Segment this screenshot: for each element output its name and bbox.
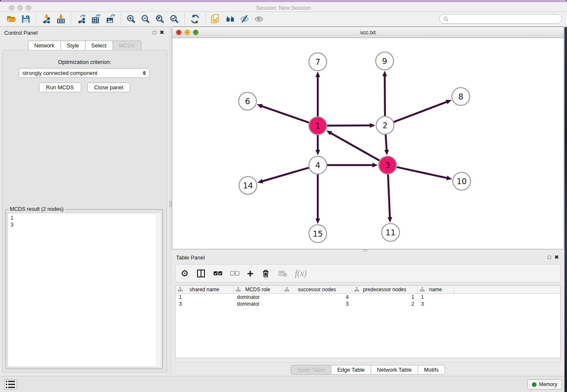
table-cell[interactable]: dominator [234,294,282,301]
network-view-window: x – + scc.txt 7968124314101511 [172,27,564,249]
delete-column-trash-icon[interactable] [261,269,270,278]
dropdown-value: strongly connected component [22,70,97,76]
table-tab-motifs[interactable]: Motifs [418,365,445,375]
column-header-name[interactable]: name [418,286,454,293]
control-panel-float-icon[interactable]: □ [153,29,156,36]
search-field[interactable] [439,14,562,24]
graph-node-label: 3 [385,160,390,170]
graph-node-label: 10 [457,177,467,186]
toolbar-separator [121,14,121,25]
deselect-all-icon[interactable] [230,269,239,278]
column-header-predecessor-nodes[interactable]: predecessor nodes [352,286,418,293]
column-header-MCDS-role[interactable]: MCDS role [234,286,282,293]
graph-edge-1-2[interactable] [327,125,371,126]
table-panel: Table Panel □ ✖ ⚙ + f(x) [172,251,564,376]
titlebar: Session: New Session [0,2,567,12]
graph-node-label: 14 [243,181,253,190]
home-icon[interactable] [224,13,237,25]
export-table-icon[interactable] [90,13,102,25]
show-panel-eye-icon[interactable] [253,13,265,25]
graph-edge-1-6[interactable] [261,106,309,123]
table-body: 1dominator4113dominator323 [176,294,560,307]
table-tab-node-table[interactable]: Node Table [291,365,331,375]
hide-panel-eye-icon[interactable] [238,13,251,25]
edge-arrowhead [257,104,263,108]
table-cell[interactable]: 3 [176,301,234,307]
mcds-result-title: MCDS result (2 nodes) [8,206,65,212]
edge-arrowhead [372,163,378,168]
graph-node-label: 1 [315,121,320,130]
refresh-icon[interactable] [189,13,201,25]
table-cell[interactable]: 2 [352,301,418,307]
graph-edge-3-10[interactable] [396,167,447,178]
memory-button[interactable]: Memory [527,379,562,389]
select-all-icon[interactable] [213,269,223,278]
function-builder-icon: f(x) [295,268,307,278]
task-history-button[interactable] [4,379,17,389]
table-cell[interactable]: 3 [418,301,454,307]
edge-arrowhead [316,218,320,224]
export-image-icon[interactable] [104,13,117,25]
mcds-result-scrollbar[interactable] [157,213,161,367]
mcds-result-group: MCDS result (2 nodes) 1 3 [6,209,163,369]
zoom-fit-icon[interactable] [154,13,166,25]
table-panel-title: Table Panel [176,254,205,261]
run-mcds-button[interactable]: Run MCDS [39,83,81,92]
optimization-criterion-label: Optimization criterion: [3,59,167,65]
mcds-result-text[interactable]: 1 3 [8,213,161,367]
graph-edge-2-9[interactable] [385,75,385,116]
graph-edge-2-3[interactable] [385,135,386,151]
zoom-in-icon[interactable] [125,13,138,25]
control-tab-mcds[interactable]: MCDS [113,41,141,50]
control-panel-close-icon[interactable]: ✖ [160,29,164,36]
open-file-icon[interactable] [5,13,18,25]
network-graph[interactable]: 7968124314101511 [172,38,564,249]
table-tab-network-table[interactable]: Network Table [371,365,418,375]
control-tab-network[interactable]: Network [28,41,61,50]
node-table[interactable]: shared nameMCDS rolesuccessor nodesprede… [175,285,561,358]
add-column-icon[interactable]: + [247,269,253,278]
table-tab-edge-table[interactable]: Edge Table [331,365,371,375]
toolbar-separator [36,14,36,25]
table-row[interactable]: 1dominator411 [176,294,560,301]
table-cell[interactable]: dominator [234,301,282,307]
control-tab-style[interactable]: Style [61,41,85,50]
column-header-shared-name[interactable]: shared name [176,286,234,293]
table-row[interactable]: 3dominator323 [176,301,560,307]
table-cell[interactable]: 1 [418,294,454,301]
import-table-icon[interactable] [55,13,67,25]
column-header-successor-nodes[interactable]: successor nodes [282,286,352,293]
network-window-titlebar: x – + scc.txt [172,27,564,38]
import-network-icon[interactable] [40,13,53,25]
column-type-icon [236,287,241,292]
optimization-criterion-dropdown[interactable]: strongly connected component [19,68,150,78]
edge-arrowhead [446,100,451,104]
table-cell[interactable]: 1 [176,294,234,301]
table-cell[interactable]: 4 [282,294,352,301]
main-toolbar [0,12,567,27]
new-network-icon[interactable] [209,13,222,25]
graph-edge-2-8[interactable] [394,102,448,122]
table-panel-close-icon[interactable]: ✖ [554,254,559,260]
zoom-out-icon[interactable] [139,13,152,25]
control-tab-select[interactable]: Select [85,41,113,50]
close-panel-button[interactable]: Close panel [87,83,131,92]
column-type-icon [178,287,183,292]
graph-edge-3-11[interactable] [388,174,390,218]
export-network-icon[interactable] [75,13,88,25]
show-columns-icon[interactable] [196,269,206,278]
desktop-wallpaper [564,27,567,392]
table-cell[interactable]: 1 [352,294,418,301]
search-input[interactable] [451,14,561,23]
graph-node-label: 11 [385,228,396,237]
edge-arrowhead [388,217,392,223]
table-cell[interactable]: 3 [282,301,352,307]
table-settings-gear-icon[interactable]: ⚙ [181,268,189,279]
save-session-icon[interactable] [19,13,32,25]
graph-edge-4-14[interactable] [262,168,309,181]
search-icon [443,16,449,22]
zoom-selected-icon[interactable] [168,13,181,25]
table-panel-float-icon[interactable]: □ [548,254,551,260]
table-hscrollbar[interactable] [175,358,561,362]
graph-edge-3-1[interactable] [330,133,380,161]
